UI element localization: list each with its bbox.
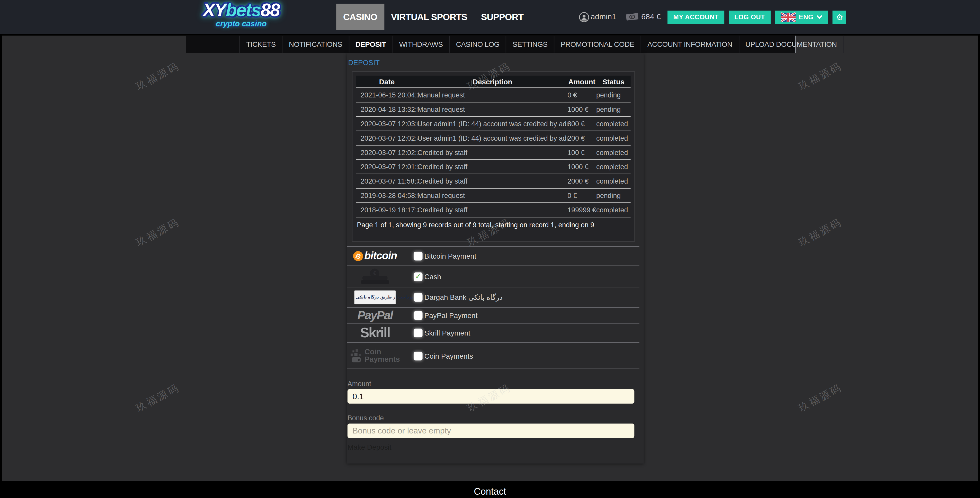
- page-body: 玖福源码玖福源码玖福源码玖福源码玖福源码玖福源码玖福源码玖福源码玖福源码 TIC…: [2, 35, 978, 481]
- cash-logo: €: [347, 268, 403, 285]
- user-info: admin1: [579, 11, 616, 22]
- payment-method-bitcoin: BbitcoinBitcoin Payment: [347, 247, 640, 266]
- cell-description: Manual request: [417, 192, 568, 199]
- cell-description: User admin1 (ID: 44) account was credite…: [417, 134, 568, 142]
- deposit-history-card: DateDescriptionAmountStatus 2021-06-15 2…: [352, 71, 635, 242]
- money-icon: 0: [625, 13, 639, 21]
- subnav-tab-withdraws[interactable]: WITHDRAWS: [392, 35, 449, 53]
- logo-88: 88: [261, 0, 280, 20]
- coinpayments-logo: CoinPayments: [350, 349, 400, 363]
- gear-icon: ⚙: [836, 12, 843, 21]
- logo-bets: bets: [226, 0, 261, 20]
- logo-tagline: crypto casino: [191, 20, 291, 28]
- user-icon: [579, 11, 589, 22]
- watermark: 玖福源码: [797, 381, 845, 415]
- svg-text:0: 0: [631, 15, 633, 19]
- deposit-form: Amount Bonus code Make Deposit: [347, 380, 644, 452]
- chevron-down-icon: [816, 15, 822, 19]
- watermark: 玖福源码: [134, 60, 182, 94]
- skrill-logo: Skrill: [360, 325, 390, 341]
- payment-method-paypal: PayPalPayPal Payment: [347, 308, 640, 324]
- column-header-status: Status: [596, 78, 631, 86]
- cell-date: 2020-03-07 12:03:07: [356, 120, 417, 127]
- main-nav-virtual-sports[interactable]: VIRTUAL SPORTS: [384, 0, 474, 34]
- contact-link[interactable]: Contact: [474, 486, 506, 496]
- subnav-tab-settings[interactable]: SETTINGS: [506, 35, 554, 53]
- payment-method-skrill: SkrillSkrill Payment: [347, 324, 640, 343]
- table-row: 2020-03-07 11:58:22Credited by staff2000…: [356, 174, 631, 189]
- table-row: 2018-09-19 18:17:39Credited by staff1999…: [356, 203, 631, 217]
- main-nav: CASINOVIRTUAL SPORTSSUPPORT: [336, 0, 530, 34]
- subnav-tab-promotional-code[interactable]: PROMOTIONAL CODE: [554, 35, 641, 53]
- main-nav-support[interactable]: SUPPORT: [474, 0, 530, 34]
- bitcoin-label: Bitcoin Payment: [425, 252, 476, 260]
- cell-status: pending: [596, 91, 631, 99]
- cell-date: 2021-06-15 20:04:26: [356, 91, 417, 99]
- my-account-button[interactable]: MY ACCOUNT: [668, 10, 724, 24]
- cell-amount: 100 €: [568, 149, 596, 156]
- dargah-bank-checkbox[interactable]: [414, 293, 423, 302]
- cell-status: pending: [596, 192, 631, 199]
- cell-date: 2020-03-07 12:02:40: [356, 134, 417, 142]
- table-row: 2020-04-18 13:32:54Manual request1000 €p…: [356, 102, 631, 117]
- dargah-bank-logo: پرداخت از طریق درگاه بانکی: [347, 290, 403, 304]
- watermark: 玖福源码: [797, 60, 845, 94]
- table-row: 2020-03-07 12:02:40User admin1 (ID: 44) …: [356, 131, 631, 146]
- cell-description: Credited by staff: [417, 149, 568, 156]
- table-row: 2020-03-07 12:02:22Credited by staff100 …: [356, 146, 631, 160]
- coin-payments-logo: CoinPayments: [347, 349, 403, 363]
- bitcoin-checkbox[interactable]: [414, 252, 423, 260]
- paypal-label: PayPal Payment: [425, 312, 478, 319]
- log-out-button[interactable]: LOG OUT: [729, 10, 771, 24]
- make-deposit-link[interactable]: Make Deposit: [347, 444, 391, 451]
- payment-method-dargah-bank: پرداخت از طریق درگاه بانکیDargah Bank در…: [347, 287, 640, 308]
- cash-checkbox[interactable]: ✓: [414, 272, 423, 281]
- paypal-logo: PayPal: [357, 309, 393, 322]
- payment-methods-list: BbitcoinBitcoin Payment€✓Cashپرداخت از ط…: [347, 246, 640, 369]
- cell-status: completed: [596, 134, 631, 142]
- cell-status: pending: [596, 106, 631, 113]
- table-row: 2021-06-15 20:04:26Manual request0 €pend…: [356, 88, 631, 103]
- uk-flag-icon: [781, 12, 795, 21]
- coin-payments-label: Coin Payments: [425, 352, 473, 359]
- subnav-tab-tickets[interactable]: TICKETS: [239, 35, 282, 53]
- pagination-summary: Page 1 of 1, showing 9 records out of 9 …: [357, 221, 630, 228]
- skrill-logo: Skrill: [347, 325, 403, 341]
- paypal-checkbox[interactable]: [414, 311, 423, 320]
- settings-gear-button[interactable]: ⚙: [833, 10, 846, 24]
- cell-amount: 800 €: [568, 120, 596, 127]
- amount-input[interactable]: [347, 389, 634, 404]
- table-body: 2021-06-15 20:04:26Manual request0 €pend…: [356, 88, 631, 217]
- table-row: 2019-03-28 04:58:57Manual request0 €pend…: [356, 189, 631, 203]
- watermark: 玖福源码: [134, 381, 182, 415]
- subnav-tab-account-information[interactable]: ACCOUNT INFORMATION: [641, 35, 738, 53]
- bonus-code-input[interactable]: [347, 423, 634, 438]
- subnav-tab-notifications[interactable]: NOTIFICATIONS: [282, 35, 348, 53]
- subnav-tab-upload-documentation[interactable]: UPLOAD DOCUMENTATION: [738, 35, 844, 53]
- balance: 0 684 €: [625, 13, 661, 21]
- cell-amount: 0 €: [568, 91, 596, 99]
- cell-amount: 0 €: [568, 192, 596, 199]
- cell-date: 2020-03-07 12:01:55: [356, 163, 417, 170]
- column-header-date: Date: [356, 78, 417, 86]
- cell-amount: 200 €: [568, 134, 596, 142]
- table-header-row: DateDescriptionAmountStatus: [356, 76, 631, 88]
- skrill-checkbox[interactable]: [414, 328, 423, 337]
- site-logo[interactable]: XYbets88 crypto casino: [191, 1, 291, 28]
- coin-payments-checkbox[interactable]: [414, 352, 423, 360]
- column-header-amount: Amount: [568, 78, 596, 86]
- subnav-tab-casino-log[interactable]: CASINO LOG: [449, 35, 506, 53]
- deposit-panel: DEPOSIT DateDescriptionAmountStatus 2021…: [347, 53, 644, 463]
- subnav-tab-deposit[interactable]: DEPOSIT: [348, 35, 392, 53]
- payment-method-cash: €✓Cash: [347, 266, 640, 287]
- cell-amount: 1000 €: [568, 163, 596, 170]
- cell-date: 2018-09-19 18:17:39: [356, 206, 417, 214]
- cell-description: Credited by staff: [417, 178, 568, 185]
- cell-status: completed: [596, 149, 631, 156]
- header: XYbets88 crypto casino CASINOVIRTUAL SPO…: [0, 0, 980, 34]
- logo-xy: XY: [203, 0, 226, 20]
- column-header-description: Description: [417, 78, 568, 86]
- cell-description: Credited by staff: [417, 206, 568, 214]
- language-selector[interactable]: ENG: [775, 10, 828, 24]
- main-nav-casino[interactable]: CASINO: [336, 4, 384, 30]
